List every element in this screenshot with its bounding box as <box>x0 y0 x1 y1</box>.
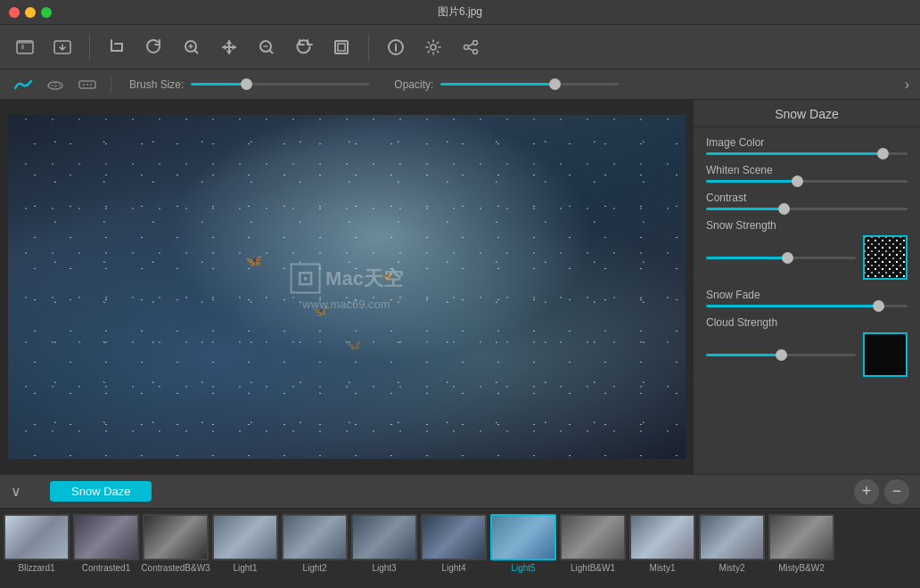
filmstrip-img-light1 <box>214 516 276 559</box>
filmstrip-label-light2: Light2 <box>302 563 326 573</box>
filmstrip-item-light3[interactable]: Light3 <box>351 514 417 588</box>
filmstrip-item-light4[interactable]: Light4 <box>421 514 487 588</box>
expand-arrow[interactable]: › <box>905 77 909 93</box>
rotate-button[interactable] <box>138 31 170 63</box>
cloud-strength-slider-row <box>706 332 908 377</box>
filmstrip-label-light4: Light4 <box>441 563 465 573</box>
titlebar: 图片6.jpg <box>0 0 920 25</box>
cloud-strength-label: Cloud Strength <box>706 316 908 329</box>
close-button[interactable] <box>9 7 20 18</box>
filmstrip-img-blizzard1 <box>5 516 68 559</box>
filmstrip-item-mistybw2[interactable]: MistyB&W2 <box>768 514 834 588</box>
brush-tool-2[interactable] <box>43 76 68 94</box>
snow-fade-slider[interactable] <box>706 305 908 307</box>
filmstrip-img-light4 <box>423 516 485 559</box>
filmstrip-thumb-blizzard1 <box>4 514 70 560</box>
snow-strength-slider[interactable] <box>706 257 856 259</box>
zoom-in-button[interactable] <box>176 31 208 63</box>
cloud-strength-row: Cloud Strength <box>706 316 908 377</box>
snow-strength-slider-row <box>706 235 908 280</box>
opacity-slider[interactable] <box>440 83 619 86</box>
svg-point-9 <box>473 40 478 45</box>
filmstrip-label-misty2: Misty2 <box>719 563 745 573</box>
snow-overlay <box>8 115 686 459</box>
filmstrip-label-contrasted1: Contrasted1 <box>82 563 130 573</box>
filmstrip-img-misty1 <box>631 516 694 559</box>
filmstrip-img-misty2 <box>701 516 763 559</box>
snow-fade-label: Snow Fade <box>706 289 908 301</box>
filmstrip-thumb-contrasted1 <box>73 514 139 560</box>
snow-fade-row: Snow Fade <box>706 289 908 307</box>
info-button[interactable] <box>380 31 412 63</box>
remove-preset-button[interactable]: − <box>884 479 909 504</box>
filmstrip-thumb-contrastedbw3 <box>143 514 209 560</box>
filmstrip-label-contrastedbw3: ContrastedB&W3 <box>141 563 209 573</box>
svg-rect-5 <box>335 41 348 53</box>
filmstrip-item-contrastedbw3[interactable]: ContrastedB&W3 <box>143 514 209 588</box>
svg-point-11 <box>473 49 478 53</box>
minimize-button[interactable] <box>25 7 36 18</box>
whiten-scene-slider[interactable] <box>706 180 908 183</box>
image-color-row: Image Color <box>706 136 908 155</box>
panel-title: Snow Daze <box>694 100 920 127</box>
add-preset-button[interactable]: + <box>854 479 879 504</box>
svg-point-10 <box>464 45 469 49</box>
filmstrip-item-blizzard1[interactable]: Blizzard1 <box>4 514 70 588</box>
contrast-slider-row <box>706 208 908 210</box>
collapse-button[interactable]: ∨ <box>11 483 21 500</box>
filmstrip-img-light3 <box>353 516 415 559</box>
filmstrip-img-contrastedbw3 <box>144 516 207 559</box>
share-button[interactable] <box>455 31 487 63</box>
filmstrip-thumb-light3 <box>351 514 417 560</box>
svg-rect-6 <box>338 44 345 51</box>
filmstrip-thumb-light4 <box>421 514 487 560</box>
filmstrip-img-light5 <box>492 516 554 559</box>
filmstrip-item-misty1[interactable]: Misty1 <box>629 514 695 588</box>
window-title: 图片6.jpg <box>438 4 482 20</box>
filmstrip-item-contrasted1[interactable]: Contrasted1 <box>73 514 139 588</box>
main-content: 🦋 🦋 🦋 🦋 ⊡Mac天空 www.mac69.com Snow Daze I… <box>0 100 920 474</box>
contrast-slider[interactable] <box>706 208 908 210</box>
filmstrip-item-light1[interactable]: Light1 <box>212 514 278 588</box>
canvas-area[interactable]: 🦋 🦋 🦋 🦋 ⊡Mac天空 www.mac69.com <box>0 100 693 474</box>
brush-size-label: Brush Size: <box>129 78 184 91</box>
filmstrip-label-misty1: Misty1 <box>650 563 676 573</box>
image-color-slider[interactable] <box>706 152 908 155</box>
frame-button[interactable] <box>325 31 357 63</box>
filmstrip-thumb-light5 <box>490 514 556 560</box>
filmstrip-item-lightbw1[interactable]: LightB&W1 <box>560 514 626 588</box>
zoom-out-button[interactable] <box>251 31 283 63</box>
filmstrip-label-light3: Light3 <box>372 563 396 573</box>
whiten-scene-row: Whiten Scene <box>706 164 908 183</box>
cloud-strength-preview <box>863 332 908 377</box>
import-button[interactable] <box>9 31 41 63</box>
effect-name-button[interactable]: Snow Daze <box>50 481 152 502</box>
brush-size-slider[interactable] <box>191 83 369 86</box>
maximize-button[interactable] <box>41 7 52 18</box>
filmstrip-item-misty2[interactable]: Misty2 <box>699 514 765 588</box>
redo-button[interactable] <box>288 31 320 63</box>
filmstrip-thumb-mistybw2 <box>768 514 834 560</box>
crop-button[interactable] <box>101 31 133 63</box>
move-button[interactable] <box>213 31 245 63</box>
brush-tool-1[interactable] <box>11 76 36 94</box>
image-color-label: Image Color <box>706 136 908 149</box>
contrast-row: Contrast <box>706 192 908 210</box>
filmstrip-thumb-light2 <box>282 514 348 560</box>
filmstrip-label-light1: Light1 <box>233 563 257 573</box>
filmstrip-thumb-misty1 <box>629 514 695 560</box>
brush-sep <box>111 76 111 94</box>
brush-tool-3[interactable] <box>75 76 100 94</box>
contrast-label: Contrast <box>706 192 908 204</box>
filmstrip-item-light2[interactable]: Light2 <box>282 514 348 588</box>
cloud-strength-slider[interactable] <box>706 354 856 356</box>
snow-strength-label: Snow Strength <box>706 219 908 232</box>
right-panel: Snow Daze Image Color Whiten Scene Contr… <box>693 100 920 474</box>
butterfly-3: 🦋 <box>381 270 394 282</box>
filmstrip-img-lightbw1 <box>562 516 624 559</box>
filmstrip-item-light5[interactable]: Light5 <box>490 514 556 588</box>
filmstrip-img-mistybw2 <box>770 516 833 559</box>
settings-button[interactable] <box>417 31 449 63</box>
filmstrip-label-light5: Light5 <box>511 563 535 573</box>
export-button[interactable] <box>46 31 78 63</box>
